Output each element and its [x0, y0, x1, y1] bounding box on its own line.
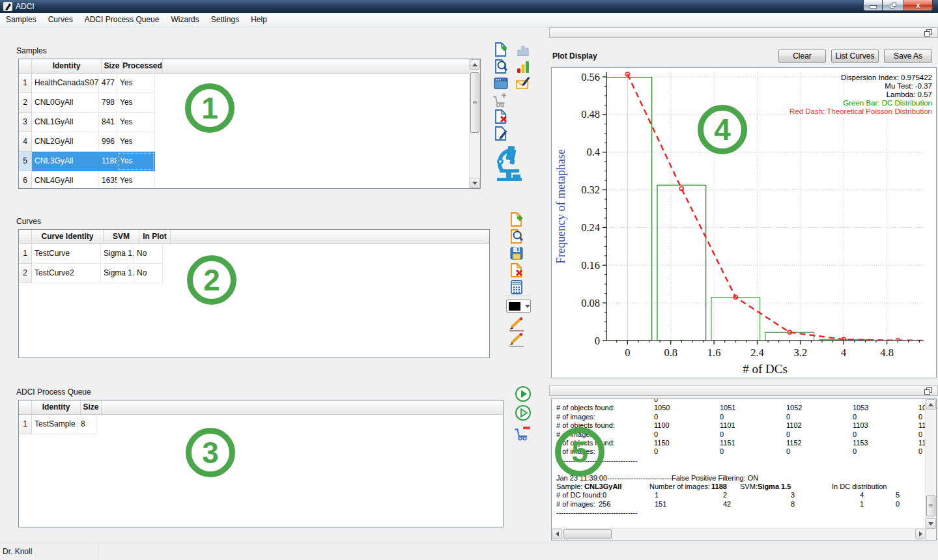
- samples-table-scrollbar[interactable]: [469, 59, 480, 188]
- add-curve-icon[interactable]: [509, 212, 524, 227]
- queue-cell-size[interactable]: 8: [78, 415, 96, 434]
- row-number[interactable]: 4: [19, 132, 32, 152]
- samples-cell-identity[interactable]: CNL1GyAll: [32, 113, 99, 132]
- samples-cell-processed[interactable]: Yes: [117, 93, 155, 113]
- scroll-thumb[interactable]: [926, 496, 935, 516]
- run-queue-alt-icon[interactable]: [515, 404, 532, 421]
- samples-cell-identity[interactable]: CNL3GyAll: [32, 152, 99, 171]
- save-curve-icon[interactable]: [509, 245, 524, 261]
- samples-cell-processed[interactable]: Yes: [117, 113, 155, 132]
- row-number[interactable]: 1: [19, 415, 32, 434]
- open-viewer-icon[interactable]: [493, 76, 509, 91]
- plot-dock-titlebar[interactable]: [549, 27, 938, 38]
- queue-sample-icon[interactable]: [492, 92, 509, 109]
- samples-row[interactable]: 1HealthCanadaS07477Yes: [19, 74, 480, 93]
- view-curve-icon[interactable]: [509, 229, 524, 244]
- samples-row[interactable]: 4CNL2GyAll996Yes: [19, 132, 480, 152]
- queue-row[interactable]: 1TestSample8: [19, 415, 503, 434]
- draw-curve-2-icon[interactable]: [507, 333, 526, 347]
- menu-settings[interactable]: Settings: [205, 13, 245, 26]
- console-hscrollbar[interactable]: [552, 528, 926, 540]
- scroll-left-button[interactable]: [552, 529, 562, 539]
- restore-button[interactable]: [883, 0, 903, 11]
- row-number[interactable]: 2: [19, 93, 32, 113]
- samples-cell-processed[interactable]: Yes: [117, 74, 155, 93]
- histogram-color-icon[interactable]: [515, 59, 531, 74]
- delete-curve-icon[interactable]: [509, 262, 524, 278]
- samples-cell-size[interactable]: 477: [99, 74, 117, 93]
- view-sample-icon[interactable]: [493, 59, 509, 74]
- run-queue-icon[interactable]: [515, 385, 532, 402]
- queue-table[interactable]: IdentitySize1TestSample8: [18, 400, 504, 527]
- microscope-icon[interactable]: [493, 146, 526, 184]
- samples-column-header[interactable]: Processed: [122, 59, 163, 74]
- curve-color-picker[interactable]: [506, 300, 531, 313]
- delete-sample-icon[interactable]: [493, 109, 509, 124]
- row-number[interactable]: 3: [19, 113, 32, 132]
- row-number[interactable]: 5: [19, 152, 32, 171]
- remove-from-queue-icon[interactable]: [513, 423, 532, 441]
- curves-row[interactable]: 2TestCurve2Sigma 1.1No: [19, 264, 489, 283]
- edit-sample-icon[interactable]: [493, 126, 509, 141]
- menu-wizards[interactable]: Wizards: [165, 13, 205, 26]
- curves-column-header[interactable]: Curve Identity: [32, 230, 104, 244]
- curves-cell-svm[interactable]: Sigma 1.1: [101, 264, 134, 283]
- curves-row[interactable]: 1TestCurveSigma 1.5No: [19, 244, 489, 264]
- samples-cell-processed[interactable]: Yes: [117, 171, 155, 189]
- histogram-gray-icon[interactable]: [515, 42, 531, 57]
- row-number[interactable]: 1: [19, 74, 32, 93]
- samples-cell-identity[interactable]: CNL0GyAll: [32, 93, 99, 113]
- scroll-thumb[interactable]: [470, 72, 479, 133]
- add-sample-icon[interactable]: [493, 42, 509, 57]
- samples-row[interactable]: 2CNL0GyAll798Yes: [19, 93, 480, 113]
- menu-adci-process-queue[interactable]: ADCI Process Queue: [79, 13, 165, 26]
- report-envelope-icon[interactable]: [515, 76, 531, 91]
- samples-cell-size[interactable]: 1188: [99, 152, 117, 171]
- scroll-right-button[interactable]: [915, 529, 926, 539]
- samples-column-header[interactable]: Identity: [32, 59, 102, 74]
- curves-column-header[interactable]: In Plot: [139, 230, 171, 244]
- menu-curves[interactable]: Curves: [42, 13, 79, 26]
- samples-column-header[interactable]: Size: [102, 59, 122, 74]
- samples-cell-size[interactable]: 798: [99, 93, 117, 113]
- clear-button[interactable]: Clear: [778, 49, 826, 63]
- list-curves-button[interactable]: List Curves: [831, 49, 879, 63]
- samples-cell-identity[interactable]: CNL4GyAll: [32, 171, 99, 189]
- samples-row[interactable]: 5CNL3GyAll1188Yes: [19, 152, 480, 171]
- row-number[interactable]: 1: [19, 244, 32, 264]
- curves-column-header[interactable]: SVM: [104, 230, 139, 244]
- samples-cell-identity[interactable]: CNL2GyAll: [32, 132, 99, 152]
- curves-cell-svm[interactable]: Sigma 1.5: [101, 244, 134, 264]
- curves-cell-identity[interactable]: TestCurve: [32, 244, 101, 264]
- row-number[interactable]: 2: [19, 264, 32, 283]
- samples-cell-processed[interactable]: Yes: [117, 152, 155, 171]
- menu-samples[interactable]: Samples: [0, 13, 42, 26]
- samples-row[interactable]: 6CNL4GyAll1635Yes: [19, 171, 480, 189]
- save-as-button[interactable]: Save As: [884, 49, 932, 63]
- console-dock-titlebar[interactable]: [549, 385, 938, 396]
- queue-cell-identity[interactable]: TestSample: [32, 415, 78, 434]
- curves-table[interactable]: Curve IdentitySVMIn Plot1TestCurveSigma …: [18, 229, 490, 358]
- menu-help[interactable]: Help: [245, 13, 273, 26]
- float-dock-icon[interactable]: [924, 387, 932, 395]
- row-number[interactable]: 6: [19, 171, 32, 189]
- scroll-thumb[interactable]: [563, 529, 612, 539]
- scroll-down-button[interactable]: [926, 518, 936, 529]
- console-output[interactable]: 0# of objects found:10501051105210531054…: [552, 399, 925, 528]
- samples-cell-identity[interactable]: HealthCanadaS07: [32, 74, 99, 93]
- samples-cell-size[interactable]: 841: [99, 113, 117, 132]
- scroll-up-button[interactable]: [926, 399, 936, 410]
- samples-row[interactable]: 3CNL1GyAll841Yes: [19, 113, 480, 132]
- close-button[interactable]: x: [903, 0, 933, 11]
- curves-cell-in_plot[interactable]: No: [134, 264, 163, 283]
- queue-column-header[interactable]: Identity: [32, 400, 81, 415]
- queue-column-header[interactable]: Size: [81, 400, 102, 415]
- samples-cell-size[interactable]: 1635: [99, 171, 117, 189]
- float-dock-icon[interactable]: [924, 29, 932, 36]
- scroll-up-button[interactable]: [470, 59, 480, 70]
- samples-table[interactable]: IdentitySizeProcessed1HealthCanadaS07477…: [18, 59, 481, 189]
- samples-cell-size[interactable]: 996: [99, 132, 117, 152]
- console-vscrollbar[interactable]: [925, 399, 936, 529]
- curves-cell-in_plot[interactable]: No: [134, 244, 163, 264]
- calculate-curve-icon[interactable]: [509, 279, 524, 295]
